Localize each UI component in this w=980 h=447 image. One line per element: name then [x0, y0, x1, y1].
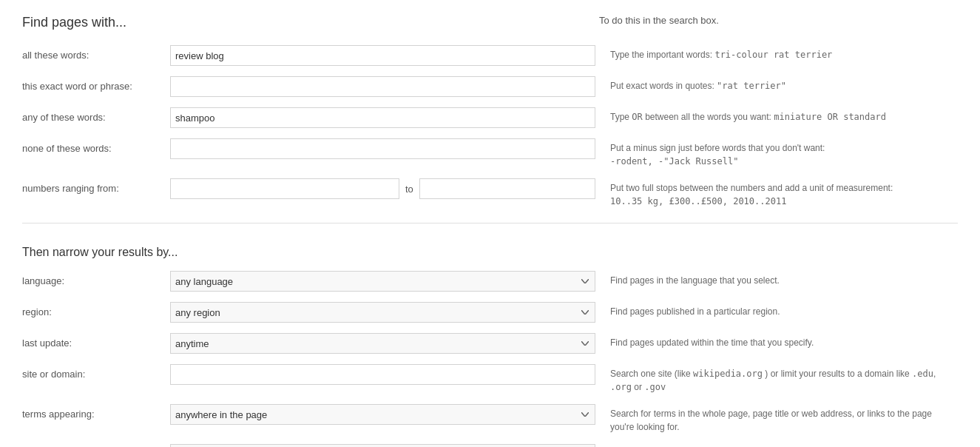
region-select-col: any region: [170, 302, 595, 323]
any-words-input[interactable]: [170, 107, 595, 128]
last-update-select[interactable]: anytime: [170, 333, 595, 354]
safesearch-hint: Tell SafeSearch whether to filter sexual…: [595, 444, 958, 447]
language-row: language: any language Find pages in the…: [22, 271, 958, 292]
divider: [22, 223, 958, 223]
safesearch-row: SafeSearch: Hide explicit results Tell S…: [22, 444, 958, 447]
region-select[interactable]: any region: [170, 302, 595, 323]
none-words-row: none of these words: Put a minus sign ju…: [22, 138, 958, 168]
exact-phrase-input[interactable]: [170, 76, 595, 97]
terms-appearing-hint: Search for terms in the whole page, page…: [595, 404, 958, 434]
safesearch-select[interactable]: Hide explicit results: [170, 444, 595, 447]
exact-phrase-input-col: [170, 76, 595, 97]
site-domain-row: site or domain: Search one site (like wi…: [22, 364, 958, 394]
safesearch-label: SafeSearch:: [22, 444, 170, 447]
site-domain-input-col: [170, 364, 595, 385]
safesearch-select-col: Hide explicit results: [170, 444, 595, 447]
numbers-hint: Put two full stops between the numbers a…: [595, 178, 958, 208]
terms-appearing-label: terms appearing:: [22, 404, 170, 420]
exact-phrase-hint: Put exact words in quotes: "rat terrier": [595, 76, 958, 93]
last-update-hint: Find pages updated within the time that …: [595, 333, 958, 349]
all-words-input[interactable]: [170, 45, 595, 66]
all-words-label: all these words:: [22, 45, 170, 61]
none-words-hint: Put a minus sign just before words that …: [595, 138, 958, 168]
site-domain-input[interactable]: [170, 364, 595, 385]
last-update-row: last update: anytime Find pages updated …: [22, 333, 958, 354]
to-label: to: [405, 184, 413, 195]
numbers-from-input[interactable]: [170, 178, 399, 199]
numbers-input-col: to: [170, 178, 595, 199]
language-label: language:: [22, 271, 170, 286]
terms-appearing-select-col: anywhere in the page: [170, 404, 595, 425]
numbers-label: numbers ranging from:: [22, 178, 170, 194]
numbers-to-input[interactable]: [419, 178, 595, 199]
language-select[interactable]: any language: [170, 271, 595, 292]
last-update-select-col: anytime: [170, 333, 595, 354]
none-words-input-col: [170, 138, 595, 159]
all-words-input-col: [170, 45, 595, 66]
page-title: Find pages with...: [22, 15, 958, 30]
region-label: region:: [22, 302, 170, 317]
none-words-input[interactable]: [170, 138, 595, 159]
any-words-row: any of these words: Type OR between all …: [22, 107, 958, 128]
any-words-hint: Type OR between all the words you want: …: [595, 107, 958, 124]
region-hint: Find pages published in a particular reg…: [595, 302, 958, 318]
site-domain-hint: Search one site (like wikipedia.org ) or…: [595, 364, 958, 394]
all-words-row: all these words: Type the important word…: [22, 45, 958, 66]
narrow-section-title: Then narrow your results by...: [22, 246, 958, 259]
terms-appearing-row: terms appearing: anywhere in the page Se…: [22, 404, 958, 434]
none-words-label: none of these words:: [22, 138, 170, 154]
last-update-label: last update:: [22, 333, 170, 349]
region-row: region: any region Find pages published …: [22, 302, 958, 323]
any-words-label: any of these words:: [22, 107, 170, 123]
language-hint: Find pages in the language that you sele…: [595, 271, 958, 287]
terms-appearing-select[interactable]: anywhere in the page: [170, 404, 595, 425]
numbers-row: numbers ranging from: to Put two full st…: [22, 178, 958, 208]
language-select-col: any language: [170, 271, 595, 292]
exact-phrase-label: this exact word or phrase:: [22, 76, 170, 92]
exact-phrase-row: this exact word or phrase: Put exact wor…: [22, 76, 958, 97]
search-box-hint-header: To do this in the search box.: [599, 15, 719, 26]
site-domain-label: site or domain:: [22, 364, 170, 380]
all-words-hint: Type the important words: tri-colour rat…: [595, 45, 958, 61]
any-words-input-col: [170, 107, 595, 128]
